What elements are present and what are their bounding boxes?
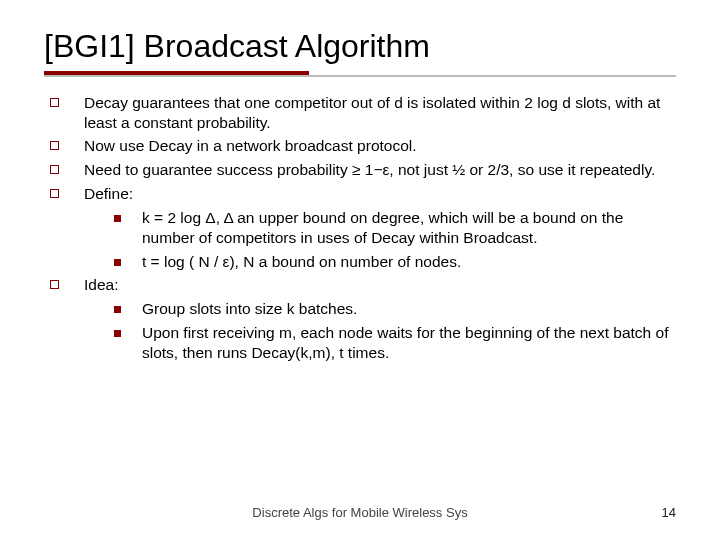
list-item-text: Define: bbox=[84, 185, 133, 202]
list-item: Upon first receiving m, each node waits … bbox=[112, 323, 672, 363]
title-ref: [BGI1] bbox=[44, 28, 135, 64]
list-item: Group slots into size k batches. bbox=[112, 299, 672, 319]
title-text: Broadcast Algorithm bbox=[144, 28, 430, 64]
title-underline bbox=[44, 71, 676, 77]
sub-bullet-list: k = 2 log Δ, Δ an upper bound on degree,… bbox=[84, 208, 672, 271]
bullet-list: Decay guarantees that one competitor out… bbox=[44, 93, 676, 363]
list-item: Decay guarantees that one competitor out… bbox=[48, 93, 672, 133]
underline-shadow bbox=[44, 75, 676, 77]
list-item-text: t = log ( N / ε), N a bound on number of… bbox=[142, 253, 461, 270]
slide-title: [BGI1] Broadcast Algorithm bbox=[44, 28, 676, 65]
list-item: Need to guarantee success probability ≥ … bbox=[48, 160, 672, 180]
list-item-text: Now use Decay in a network broadcast pro… bbox=[84, 137, 417, 154]
list-item: k = 2 log Δ, Δ an upper bound on degree,… bbox=[112, 208, 672, 248]
list-item: Idea: Group slots into size k batches. U… bbox=[48, 275, 672, 362]
slide: [BGI1] Broadcast Algorithm Decay guarant… bbox=[0, 0, 720, 540]
list-item-text: Idea: bbox=[84, 276, 118, 293]
list-item: Define: k = 2 log Δ, Δ an upper bound on… bbox=[48, 184, 672, 271]
footer-center-text: Discrete Algs for Mobile Wireless Sys bbox=[0, 505, 720, 520]
list-item-text: Upon first receiving m, each node waits … bbox=[142, 324, 668, 361]
list-item-text: k = 2 log Δ, Δ an upper bound on degree,… bbox=[142, 209, 623, 246]
list-item-text: Decay guarantees that one competitor out… bbox=[84, 94, 660, 131]
sub-bullet-list: Group slots into size k batches. Upon fi… bbox=[84, 299, 672, 362]
page-number: 14 bbox=[662, 505, 676, 520]
list-item-text: Group slots into size k batches. bbox=[142, 300, 357, 317]
list-item: t = log ( N / ε), N a bound on number of… bbox=[112, 252, 672, 272]
list-item: Now use Decay in a network broadcast pro… bbox=[48, 136, 672, 156]
list-item-text: Need to guarantee success probability ≥ … bbox=[84, 161, 655, 178]
slide-footer: Discrete Algs for Mobile Wireless Sys 14 bbox=[0, 505, 720, 520]
